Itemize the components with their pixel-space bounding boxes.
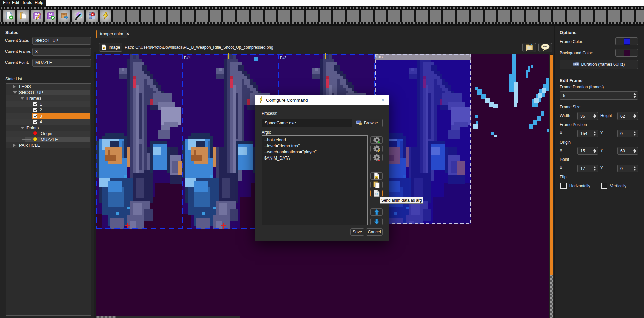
svg-text:“: “ xyxy=(545,45,547,49)
svg-text:<>: <> xyxy=(375,193,378,196)
